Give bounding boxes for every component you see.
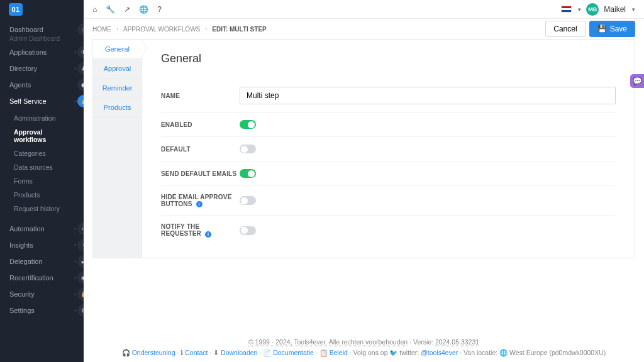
- globe-icon[interactable]: 🌐: [139, 5, 148, 14]
- sidebar-item-label: Security: [9, 290, 35, 298]
- feedback-button[interactable]: 💬: [630, 74, 644, 88]
- sidebar-item-insights[interactable]: Insights ‹ ♀: [0, 237, 84, 253]
- chevron-down-icon: ▾: [632, 6, 635, 13]
- footer-link-contact[interactable]: Contact: [185, 349, 208, 356]
- save-button[interactable]: 💾 Save: [589, 21, 635, 37]
- logo[interactable]: 01: [0, 0, 84, 19]
- sidebar-item-label: Automation: [9, 225, 45, 233]
- footer-location: West Europe (pd0mdwk0000XU): [509, 349, 606, 356]
- tab-products[interactable]: Products: [93, 98, 142, 118]
- sidebar-item-applications[interactable]: Applications ‹ ✈: [0, 44, 84, 60]
- chevron-left-icon: ‹: [74, 291, 76, 297]
- download-icon: ⬇: [213, 349, 219, 356]
- send-default-emails-toggle[interactable]: [240, 169, 256, 178]
- share-icon[interactable]: ↗: [124, 5, 130, 14]
- sidebar-item-data-sources[interactable]: Data sources: [0, 160, 84, 174]
- sidebar-item-recertification[interactable]: Recertification ‹ ◉: [0, 270, 84, 286]
- field-label: Default: [161, 146, 240, 153]
- name-input[interactable]: [240, 87, 616, 104]
- avatar: MB: [586, 3, 599, 16]
- user-menu[interactable]: ▾ MB Maikel ▾: [561, 3, 635, 16]
- sidebar-item-label: Settings: [9, 307, 35, 314]
- sidebar-item-forms[interactable]: Forms: [0, 174, 84, 188]
- sidebar-item-products[interactable]: Products: [0, 188, 84, 202]
- footer-link-support[interactable]: Ondersteuning: [132, 349, 175, 356]
- sidebar-item-categories[interactable]: Categories: [0, 146, 84, 160]
- cancel-button[interactable]: Cancel: [545, 21, 585, 37]
- sidebar-item-approval-workflows[interactable]: Approval workflows: [0, 125, 84, 146]
- field-label: Enabled: [161, 121, 240, 128]
- sidebar-item-directory[interactable]: Directory ‹ ♟: [0, 60, 84, 77]
- breadcrumb-home[interactable]: HOME: [92, 26, 111, 33]
- field-enabled: Enabled: [161, 112, 616, 137]
- chevron-right-icon: ›: [205, 26, 207, 32]
- footer-copyright: © 1999 - 2024, Tools4ever. Alle rechten …: [248, 338, 408, 346]
- hide-email-approve-buttons-toggle[interactable]: [240, 196, 256, 205]
- footer-location-label: Van locatie:: [464, 349, 497, 356]
- delegation-icon: ⇄: [77, 255, 84, 268]
- sidebar-item-automation[interactable]: Automation ‹ ‹›: [0, 221, 84, 237]
- tab-approval[interactable]: Approval: [93, 59, 142, 79]
- lock-icon: 🔒: [77, 288, 84, 300]
- twitter-icon: 🐦: [389, 349, 397, 356]
- tab-general[interactable]: General: [93, 40, 142, 59]
- bulb-icon: ♀: [77, 239, 84, 251]
- breadcrumb: HOME › APPROVAL WORKFLOWS › EDIT: MULTI …: [92, 26, 267, 33]
- sidebar-item-label: Applications: [9, 48, 47, 56]
- sidebar-subnav-self-service: Administration Approval workflows Catego…: [0, 109, 84, 221]
- sidebar-item-request-history[interactable]: Request history: [0, 202, 84, 216]
- support-icon: 🎧: [122, 349, 130, 356]
- topbar: ⌂ 🔧 ↗ 🌐 ? ▾ MB Maikel ▾: [84, 0, 644, 19]
- sidebar-item-label: Recertification: [9, 274, 53, 282]
- chevron-right-icon: ›: [116, 26, 118, 32]
- footer-version-label: Versie:: [413, 338, 433, 346]
- sidebar-item-label: Agents: [9, 81, 31, 89]
- help-icon[interactable]: ?: [157, 5, 162, 14]
- shield-icon: ◉: [77, 272, 84, 284]
- enabled-toggle[interactable]: [240, 120, 256, 129]
- field-label: Notify the requester i: [161, 223, 240, 237]
- main: ⌂ 🔧 ↗ 🌐 ? ▾ MB Maikel ▾ HOME › APPROVAL …: [84, 0, 644, 362]
- sidebar-item-label: Self Service: [9, 97, 47, 105]
- chevron-left-icon: ‹: [74, 258, 76, 265]
- chevron-left-icon: ‹: [74, 307, 76, 314]
- breadcrumb-row: HOME › APPROVAL WORKFLOWS › EDIT: MULTI …: [84, 19, 644, 39]
- chevron-left-icon: ‹: [74, 275, 76, 281]
- tab-reminder[interactable]: Reminder: [93, 79, 142, 98]
- flag-nl-icon[interactable]: [561, 6, 572, 13]
- info-icon: ℹ: [180, 349, 183, 356]
- sidebar-item-security[interactable]: Security ‹ 🔒: [0, 286, 84, 302]
- sidebar-item-administration[interactable]: Administration: [0, 111, 84, 125]
- chevron-down-icon: ▾: [578, 6, 581, 13]
- sidebar-item-delegation[interactable]: Delegation ‹ ⇄: [0, 253, 84, 270]
- footer: © 1999 - 2024, Tools4ever. Alle rechten …: [84, 333, 644, 362]
- panel: General Approval Reminder Products Gener…: [92, 39, 635, 258]
- footer-link-twitter[interactable]: @tools4ever: [421, 349, 458, 356]
- footer-link-download[interactable]: Downloaden: [221, 349, 257, 356]
- breadcrumb-approval-workflows[interactable]: APPROVAL WORKFLOWS: [123, 26, 200, 33]
- footer-link-docs[interactable]: Documentatie: [273, 349, 314, 356]
- sidebar-item-settings[interactable]: Settings ‹ ⚙: [0, 302, 84, 319]
- notify-requester-toggle[interactable]: [240, 226, 256, 235]
- footer-link-policy[interactable]: Beleid: [330, 349, 348, 356]
- doc-icon: 📄: [263, 349, 271, 356]
- field-label: Send default emails: [161, 170, 240, 177]
- wrench-icon[interactable]: 🔧: [106, 5, 115, 14]
- sidebar-item-dashboard[interactable]: Dashboard ⌂: [0, 21, 84, 38]
- save-button-label: Save: [610, 25, 627, 33]
- sidebar-item-self-service[interactable]: Self Service › ☝: [0, 93, 84, 109]
- sidebar-item-label: Directory: [9, 65, 37, 72]
- chevron-left-icon: ‹: [74, 65, 76, 72]
- code-icon: ‹›: [77, 222, 84, 235]
- sidebar-item-agents[interactable]: Agents ◐: [0, 77, 84, 93]
- rocket-icon: ✈: [77, 46, 84, 58]
- home-icon[interactable]: ⌂: [92, 5, 97, 14]
- field-label: Name: [161, 92, 240, 99]
- policy-icon: 📋: [319, 349, 328, 356]
- sidebar: 01 Dashboard ⌂ Admin Dashboard Applicati…: [0, 0, 84, 362]
- info-icon[interactable]: i: [196, 201, 203, 207]
- directory-icon: ♟: [77, 62, 84, 75]
- info-icon[interactable]: i: [205, 231, 211, 238]
- tabs: General Approval Reminder Products: [93, 40, 142, 258]
- default-toggle[interactable]: [240, 145, 256, 153]
